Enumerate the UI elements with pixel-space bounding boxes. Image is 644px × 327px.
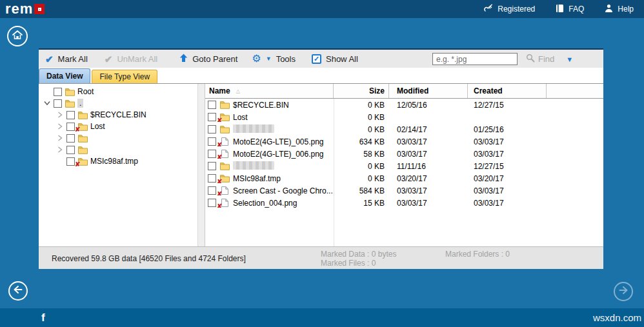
show-all-button[interactable]: ✓ Show All xyxy=(312,54,358,64)
tree-item[interactable]: Root xyxy=(39,86,197,97)
file-size: 58 KB xyxy=(334,150,389,159)
file-modified: 03/20/17 xyxy=(389,174,468,183)
help-button[interactable]: Help xyxy=(605,4,634,15)
table-row[interactable]: ✘ MotoE2(4G-LTE)_006.png 58 KB 03/03/17 … xyxy=(205,148,603,160)
tree-item[interactable]: . xyxy=(39,97,197,109)
logo-text: rem xyxy=(5,2,33,16)
forward-button[interactable] xyxy=(614,282,633,301)
deleted-x-icon: ✘ xyxy=(217,117,222,122)
row-checkbox[interactable] xyxy=(208,113,216,121)
tab-file-type-view[interactable]: File Type View xyxy=(92,70,157,83)
file-size: 15 KB xyxy=(334,199,389,208)
row-checkbox[interactable] xyxy=(208,150,216,158)
folder-icon: ✘ xyxy=(77,122,88,131)
find-button[interactable]: Find xyxy=(526,54,554,64)
row-checkbox[interactable] xyxy=(208,186,216,195)
tree-item-checkbox[interactable] xyxy=(54,88,62,96)
table-row[interactable]: ✘ MSIc98af.tmp 0 KB 03/20/17 03/20/17 xyxy=(205,172,603,184)
recovered-summary: Recovered 59.8 GB data [46520 Files and … xyxy=(52,254,246,263)
table-row[interactable]: ✘ Selection_004.png 15 KB 03/03/17 03/03… xyxy=(205,197,603,209)
row-checkbox[interactable] xyxy=(208,125,216,134)
column-header-name[interactable]: Name △ xyxy=(205,84,334,98)
arrow-right-icon xyxy=(618,285,629,298)
table-row[interactable]: ✘ MotoE2(4G-LTE)_005.png 634 KB 03/03/17… xyxy=(205,135,603,148)
tree-item-label: . xyxy=(77,99,83,108)
file-modified: 03/03/17 xyxy=(389,186,468,195)
gear-icon: ⚙ xyxy=(252,54,261,64)
deleted-x-icon: ✘ xyxy=(217,154,222,159)
goto-parent-button[interactable]: Goto Parent xyxy=(179,54,237,64)
search-input[interactable] xyxy=(432,53,518,65)
chevron-icon[interactable] xyxy=(55,134,64,143)
marked-files-label: Marked Files : 0 xyxy=(321,259,396,268)
table-row[interactable]: 0 KB 02/14/17 01/25/16 xyxy=(205,123,603,135)
toolbar: ✔ Mark All ✔ UnMark All Goto Parent ⚙ ▼ … xyxy=(39,48,603,68)
registered-label: Registered xyxy=(498,5,535,14)
folder-icon xyxy=(65,87,75,96)
table-row[interactable]: 0 KB 11/11/16 12/27/15 xyxy=(205,160,603,172)
facebook-icon[interactable]: f xyxy=(41,312,45,324)
row-checkbox[interactable] xyxy=(208,162,216,170)
folder-icon xyxy=(219,125,230,134)
column-header-created[interactable]: Created xyxy=(468,84,547,98)
tree-item[interactable]: ✘ Lost xyxy=(39,121,197,132)
column-header-size[interactable]: Size xyxy=(334,84,389,98)
marked-summary: Marked Data : 0 bytes Marked Files : 0 xyxy=(321,250,396,268)
tree-item-checkbox[interactable] xyxy=(66,134,75,143)
tab-data-view[interactable]: Data View xyxy=(39,68,90,83)
arrow-left-icon xyxy=(12,284,24,297)
tree-item-label: MSIc98af.tmp xyxy=(90,157,138,166)
sort-ascending-icon: △ xyxy=(236,88,240,94)
table-row[interactable]: ✘ Lost 0 KB xyxy=(205,111,603,123)
registered-button[interactable]: Registered xyxy=(483,3,535,15)
tree-item[interactable]: $RECYCLE.BIN xyxy=(39,109,197,121)
folder-icon xyxy=(77,145,88,154)
deleted-x-icon: ✘ xyxy=(217,142,222,146)
table-row[interactable]: $RECYCLE.BIN 0 KB 12/05/16 12/27/15 xyxy=(205,99,603,111)
tools-button[interactable]: ⚙ ▼ Tools xyxy=(252,54,296,64)
chevron-icon[interactable] xyxy=(43,99,51,108)
tree-item[interactable]: ✘ MSIc98af.tmp xyxy=(39,155,197,167)
tree-item[interactable] xyxy=(39,144,197,155)
top-links: Registered FAQ Help xyxy=(483,3,634,15)
unmark-all-button[interactable]: ✔ UnMark All xyxy=(105,54,157,64)
chevron-icon[interactable] xyxy=(55,111,64,119)
file-created: 03/20/17 xyxy=(468,174,547,183)
tree-item-checkbox[interactable] xyxy=(66,157,75,166)
file-icon: ✘ xyxy=(219,199,230,208)
file-modified: 03/03/17 xyxy=(389,199,468,208)
faq-button[interactable]: FAQ xyxy=(556,4,584,15)
tab-file-type-view-label: File Type View xyxy=(99,72,150,81)
folder-icon: ✘ xyxy=(219,113,230,122)
logo-red-square xyxy=(34,4,45,14)
file-size: 634 KB xyxy=(334,137,389,146)
tree-item-checkbox[interactable] xyxy=(66,111,75,119)
table-body: $RECYCLE.BIN 0 KB 12/05/16 12/27/15 ✘ Lo… xyxy=(205,99,603,246)
tab-data-view-label: Data View xyxy=(46,72,83,81)
search-options-dropdown-icon[interactable]: ▼ xyxy=(566,55,573,63)
file-name: Screen Cast - Google Chro... xyxy=(233,186,333,195)
row-checkbox[interactable] xyxy=(208,174,216,183)
tree-item-checkbox[interactable] xyxy=(66,123,75,131)
column-header-modified[interactable]: Modified xyxy=(389,84,468,98)
tree-item-checkbox[interactable] xyxy=(54,99,62,108)
file-name xyxy=(233,161,274,172)
row-checkbox[interactable] xyxy=(208,199,216,207)
chevron-icon[interactable] xyxy=(55,146,64,154)
folder-icon xyxy=(219,101,230,110)
back-button[interactable] xyxy=(8,281,28,301)
mark-all-button[interactable]: ✔ Mark All xyxy=(45,54,88,64)
column-header-extra[interactable] xyxy=(547,84,603,98)
table-row[interactable]: ✘ Screen Cast - Google Chro... 584 KB 03… xyxy=(205,184,603,197)
pane-splitter[interactable] xyxy=(197,84,205,246)
row-checkbox[interactable] xyxy=(208,101,216,109)
search-icon xyxy=(526,54,535,64)
tools-label: Tools xyxy=(276,54,296,64)
file-size: 0 KB xyxy=(334,162,389,171)
home-button[interactable] xyxy=(7,26,28,46)
tree-item[interactable] xyxy=(39,132,197,144)
row-checkbox[interactable] xyxy=(208,137,216,146)
book-icon xyxy=(556,4,564,15)
tree-item-checkbox[interactable] xyxy=(66,146,75,154)
chevron-icon[interactable] xyxy=(55,123,64,131)
